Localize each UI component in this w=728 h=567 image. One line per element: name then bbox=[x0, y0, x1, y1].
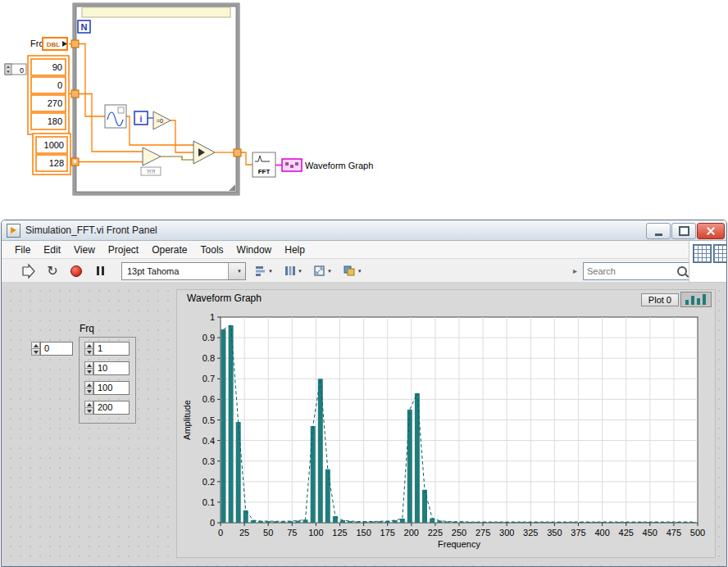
graph-title: Waveform Graph bbox=[187, 293, 262, 304]
loop-count-terminal[interactable]: N bbox=[78, 20, 90, 33]
y-tick-label: 0.3 bbox=[202, 456, 215, 466]
fft-node[interactable]: FFT bbox=[253, 152, 275, 177]
dbl-type-label: DBL bbox=[47, 41, 61, 48]
waveform-graph-terminal[interactable] bbox=[282, 159, 302, 171]
for-loop-structure[interactable] bbox=[73, 3, 239, 195]
reorder-objects-tool[interactable]: ▼ bbox=[340, 263, 365, 279]
minimize-button[interactable] bbox=[646, 223, 671, 239]
spin-down-icon[interactable] bbox=[85, 388, 93, 394]
spin-down-icon[interactable] bbox=[32, 348, 39, 355]
font-selector-value: 13pt Tahoma bbox=[122, 266, 228, 276]
run-continuous-button[interactable]: ↻ bbox=[43, 262, 61, 280]
frq-numeric-control[interactable]: 100 bbox=[84, 381, 135, 395]
frq-numeric-control[interactable]: 200 bbox=[84, 401, 135, 415]
frame-strip bbox=[82, 7, 230, 17]
x-tick-label: 150 bbox=[356, 528, 371, 538]
x-tick-label: 175 bbox=[380, 528, 395, 538]
frq-control-label: Frq bbox=[80, 323, 94, 334]
spin-up-icon[interactable] bbox=[85, 342, 93, 348]
array-cell-value: 270 bbox=[48, 98, 62, 108]
plot-legend-icon[interactable] bbox=[680, 292, 712, 307]
close-icon bbox=[707, 227, 715, 235]
search-box[interactable] bbox=[583, 262, 693, 280]
array-index-control[interactable]: 0 bbox=[31, 342, 73, 356]
chevron-down-icon: ▼ bbox=[357, 269, 362, 274]
phase-array-constant[interactable]: 900270180 bbox=[28, 56, 69, 134]
select-node[interactable]: ?!?! bbox=[141, 167, 161, 175]
abort-button[interactable] bbox=[67, 262, 85, 280]
frq-numeric-control[interactable]: 1 bbox=[84, 342, 135, 356]
menu-item-help[interactable]: Help bbox=[278, 243, 312, 257]
menu-item-operate[interactable]: Operate bbox=[145, 243, 193, 257]
bd-array-index-control[interactable]: 0 bbox=[5, 64, 26, 75]
x-tick-label: 425 bbox=[619, 528, 634, 538]
spin-up-icon[interactable] bbox=[85, 401, 93, 407]
plot-legend[interactable]: Plot 0 bbox=[641, 292, 712, 307]
x-tick-label: 225 bbox=[428, 528, 443, 538]
frq-dbl-terminal[interactable]: DBL bbox=[43, 38, 67, 50]
menu-item-file[interactable]: File bbox=[8, 243, 37, 257]
numeric-spinner[interactable] bbox=[84, 401, 93, 415]
spin-down-icon[interactable] bbox=[85, 348, 93, 355]
x-tick-label: 350 bbox=[547, 528, 562, 538]
x-tick-label: 375 bbox=[571, 528, 585, 538]
abort-icon bbox=[71, 265, 82, 277]
grid-palette-icon[interactable] bbox=[693, 244, 712, 263]
frq-numeric-control[interactable]: 10 bbox=[84, 361, 135, 375]
spin-up-icon[interactable] bbox=[32, 342, 39, 348]
y-tick-label: 1 bbox=[210, 312, 215, 322]
resize-objects-tool[interactable]: ▼ bbox=[311, 263, 334, 279]
array-index-value[interactable]: 0 bbox=[40, 342, 73, 356]
x-tick-label: 75 bbox=[287, 528, 297, 538]
select-label: ?!?! bbox=[147, 169, 156, 175]
distribute-objects-tool[interactable]: ▼ bbox=[281, 263, 305, 279]
waveform-graph-widget[interactable]: Waveform Graph Plot 0 025507510012515017… bbox=[176, 289, 716, 558]
numeric-spinner[interactable] bbox=[84, 381, 93, 395]
menu-item-window[interactable]: Window bbox=[230, 243, 279, 257]
maximize-button[interactable] bbox=[671, 223, 696, 239]
grid-palette-icon[interactable] bbox=[713, 244, 726, 263]
minimize-icon bbox=[655, 234, 662, 236]
frq-value[interactable]: 100 bbox=[93, 381, 130, 395]
bar bbox=[318, 379, 323, 523]
spin-up-icon[interactable] bbox=[85, 382, 93, 388]
frq-value[interactable]: 10 bbox=[93, 361, 130, 375]
numeric-spinner[interactable] bbox=[84, 361, 93, 375]
sampling-cluster-constant[interactable]: 1000128 bbox=[33, 134, 71, 175]
spin-up-icon[interactable] bbox=[85, 362, 93, 368]
chevron-down-icon[interactable]: ▼ bbox=[228, 263, 245, 279]
plot-legend-label[interactable]: Plot 0 bbox=[641, 293, 679, 306]
toolbar-overflow-chevron-icon[interactable]: ▸ bbox=[573, 266, 577, 275]
run-button[interactable] bbox=[20, 262, 38, 280]
y-tick-label: 0.4 bbox=[202, 436, 215, 446]
titlebar[interactable]: Simulation_FFT.vi Front Panel bbox=[2, 220, 726, 241]
align-objects-tool[interactable]: ▼ bbox=[252, 263, 275, 279]
x-axis-label: Frequency bbox=[438, 539, 480, 549]
bar bbox=[400, 519, 405, 523]
iteration-terminal[interactable]: i bbox=[134, 111, 148, 125]
y-tick-label: 0.7 bbox=[202, 374, 215, 383]
pause-button[interactable] bbox=[91, 262, 109, 280]
spin-down-icon[interactable] bbox=[85, 368, 93, 374]
sine-waveform-node[interactable] bbox=[105, 105, 126, 128]
menu-item-project[interactable]: Project bbox=[102, 243, 145, 257]
y-tick-label: 0.5 bbox=[202, 415, 215, 425]
menu-item-tools[interactable]: Tools bbox=[194, 243, 230, 257]
search-input[interactable] bbox=[584, 266, 677, 276]
maximize-icon bbox=[679, 226, 689, 236]
waveform-plot[interactable]: 0255075100125150175200225250275300325350… bbox=[177, 308, 717, 557]
window-title: Simulation_FFT.vi Front Panel bbox=[25, 225, 157, 236]
menu-item-edit[interactable]: Edit bbox=[37, 243, 67, 257]
numeric-spinner[interactable] bbox=[84, 342, 93, 356]
font-selector[interactable]: 13pt Tahoma ▼ bbox=[121, 262, 246, 280]
spin-down-icon[interactable] bbox=[85, 407, 93, 414]
menu-item-view[interactable]: View bbox=[67, 243, 102, 257]
frq-value[interactable]: 200 bbox=[93, 401, 130, 415]
close-button[interactable] bbox=[697, 223, 725, 239]
search-icon[interactable] bbox=[677, 266, 687, 276]
frq-value[interactable]: 1 bbox=[93, 342, 130, 356]
run-arrow-icon bbox=[20, 263, 37, 279]
index-spinner[interactable] bbox=[31, 342, 40, 356]
frq-array-control[interactable]: 110100200 bbox=[79, 337, 136, 424]
x-tick-label: 25 bbox=[239, 528, 249, 538]
